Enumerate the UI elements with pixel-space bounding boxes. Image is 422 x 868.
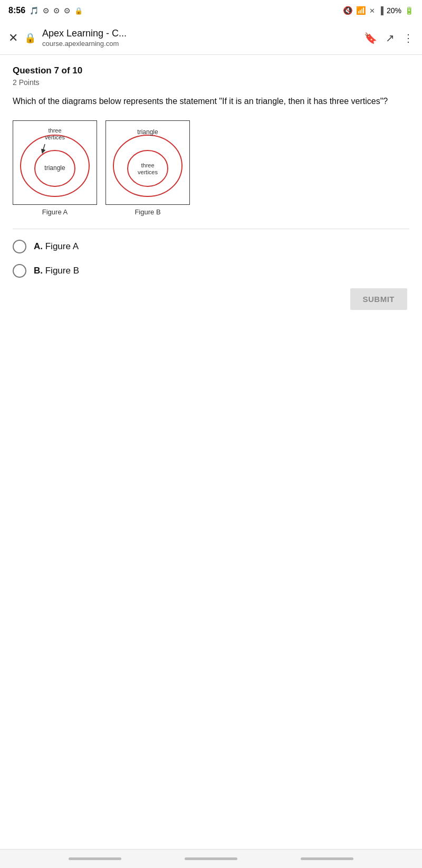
question-points: 2 Points bbox=[13, 78, 409, 87]
submit-button[interactable]: SUBMIT bbox=[350, 288, 408, 310]
battery-icon: 🔋 bbox=[405, 6, 414, 15]
bookmark-icon[interactable]: 🔖 bbox=[364, 32, 377, 44]
chrome-icon-3: ⊙ bbox=[64, 6, 70, 15]
figure-b-box: triangle three vertices bbox=[106, 120, 190, 205]
spotify-icon: 🎵 bbox=[30, 6, 39, 15]
figure-b-wrapper: triangle three vertices Figure B bbox=[106, 120, 190, 216]
url-block: Apex Learning - C... course.apexlearning… bbox=[42, 28, 358, 48]
share-icon[interactable]: ↗ bbox=[386, 32, 395, 44]
choice-a[interactable]: A. Figure A bbox=[13, 240, 409, 253]
diagrams-container: three vertices triangle Figure A bbox=[13, 120, 409, 216]
question-text: Which of the diagrams below represents t… bbox=[13, 95, 409, 108]
bottom-bar bbox=[0, 849, 422, 868]
battery-percent: 20% bbox=[387, 6, 401, 15]
bottom-pill-right bbox=[301, 857, 353, 860]
lock-icon: 🔒 bbox=[24, 32, 36, 44]
cell-signal-icon: ▐ bbox=[378, 6, 383, 15]
figure-b-label: Figure B bbox=[135, 208, 160, 216]
browser-url: course.apexlearning.com bbox=[42, 40, 358, 48]
choice-b[interactable]: B. Figure B bbox=[13, 264, 409, 278]
svg-text:triangle: triangle bbox=[137, 128, 158, 136]
svg-text:triangle: triangle bbox=[44, 164, 65, 172]
wifi-icon: 📶 bbox=[356, 6, 366, 15]
browser-bar: ✕ 🔒 Apex Learning - C... course.apexlear… bbox=[0, 21, 422, 55]
figure-a-box: three vertices triangle bbox=[13, 120, 97, 205]
divider bbox=[13, 229, 409, 229]
bottom-pill-left bbox=[69, 857, 121, 860]
radio-a[interactable] bbox=[13, 240, 26, 253]
status-bar: 8:56 🎵 ⊙ ⊙ ⊙ 🔒 🔇 📶 ✕ ▐ 20% 🔋 bbox=[0, 0, 422, 21]
close-button[interactable]: ✕ bbox=[8, 31, 18, 45]
status-right: 🔇 📶 ✕ ▐ 20% 🔋 bbox=[343, 6, 414, 15]
submit-row: SUBMIT bbox=[13, 288, 409, 310]
svg-text:vertices: vertices bbox=[138, 169, 158, 175]
mute-icon: 🔇 bbox=[343, 6, 353, 15]
choice-b-label: B. Figure B bbox=[34, 266, 79, 276]
choice-a-label: A. Figure A bbox=[34, 241, 79, 252]
figure-a-svg: three vertices triangle bbox=[13, 121, 97, 204]
svg-text:three: three bbox=[48, 127, 61, 134]
svg-point-7 bbox=[128, 150, 168, 186]
chrome-icon-1: ⊙ bbox=[43, 6, 49, 15]
signal-icon: ✕ bbox=[369, 7, 375, 15]
more-options-icon[interactable]: ⋮ bbox=[403, 32, 414, 44]
svg-line-4 bbox=[43, 144, 45, 152]
bottom-pill-center bbox=[185, 857, 237, 860]
time-display: 8:56 bbox=[8, 6, 25, 15]
browser-title: Apex Learning - C... bbox=[42, 28, 358, 40]
status-time: 8:56 🎵 ⊙ ⊙ ⊙ 🔒 bbox=[8, 6, 83, 15]
browser-actions: 🔖 ↗ ⋮ bbox=[364, 32, 414, 44]
svg-text:vertices: vertices bbox=[45, 134, 65, 140]
key-icon: 🔒 bbox=[74, 7, 83, 15]
figure-b-svg: triangle three vertices bbox=[106, 121, 189, 204]
figure-a-label: Figure A bbox=[42, 208, 68, 216]
chrome-icon-2: ⊙ bbox=[53, 6, 60, 15]
radio-b[interactable] bbox=[13, 264, 26, 278]
svg-text:three: three bbox=[141, 162, 154, 168]
figure-a-wrapper: three vertices triangle Figure A bbox=[13, 120, 97, 216]
question-header: Question 7 of 10 bbox=[13, 65, 409, 76]
main-content: Question 7 of 10 2 Points Which of the d… bbox=[0, 55, 422, 320]
